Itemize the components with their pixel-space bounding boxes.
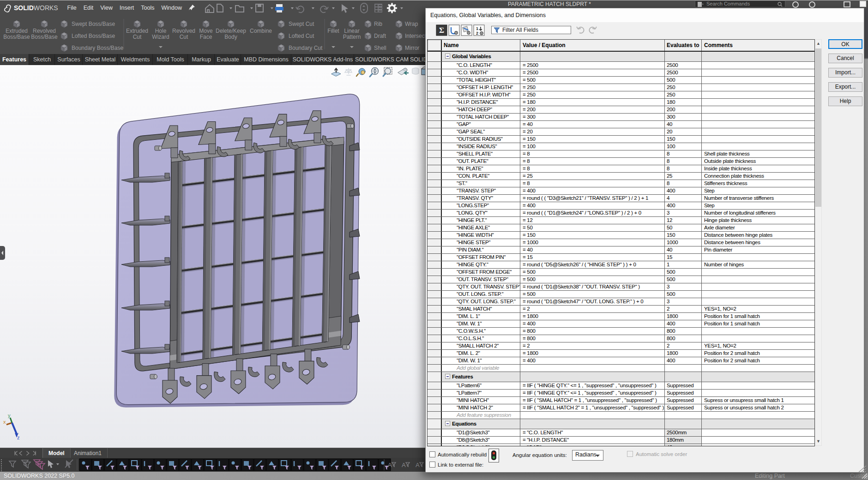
svg-text:y: y — [8, 414, 11, 418]
svg-text:Σ: Σ — [439, 26, 444, 35]
svg-text:A: A — [388, 462, 392, 468]
svg-text:x: x — [3, 419, 6, 425]
svg-text:z: z — [17, 435, 20, 440]
svg-text:1: 1 — [476, 26, 478, 31]
svg-text:2: 2 — [476, 31, 478, 36]
svg-text:A: A — [416, 462, 420, 468]
svg-text:A: A — [402, 462, 406, 468]
